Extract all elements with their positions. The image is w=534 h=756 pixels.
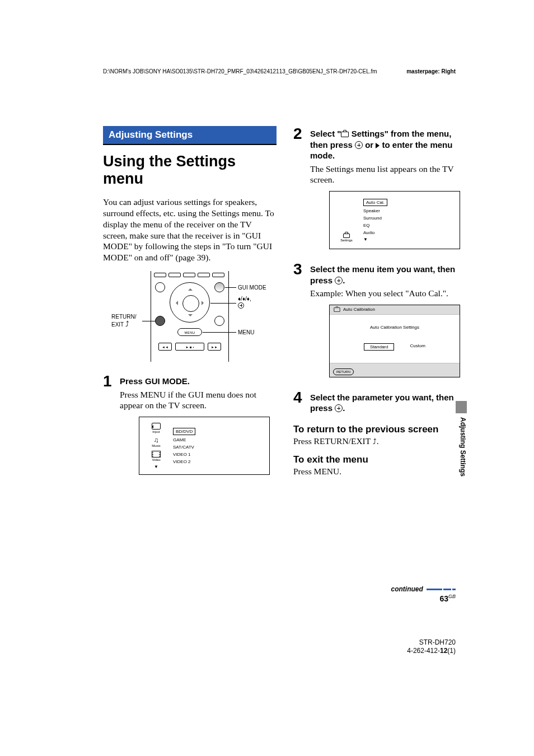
- sidebar-item-music: ♫ Music: [152, 437, 161, 447]
- input-icon: [152, 423, 161, 430]
- menu-item: Audio: [363, 230, 455, 235]
- menu-item-selected: Auto Cal.: [363, 199, 387, 206]
- music-icon: ♫: [153, 437, 158, 444]
- return-arrow-icon: ⤴: [125, 320, 129, 329]
- option-standard: Standard: [364, 343, 394, 351]
- dpad-right-icon: ♦: [247, 296, 250, 302]
- footer-doc-number: 4-262-412-12(1): [407, 647, 456, 655]
- side-tab-label: Adjusting Settings: [455, 417, 467, 477]
- settings-toolbox-icon: [341, 132, 349, 137]
- step-3-desc: Example: When you select "Auto Cal.".: [310, 288, 467, 299]
- settings-icon: [334, 307, 340, 312]
- remote-diagram: MENU ◄◄ ► ■ • ►► GUI MODE ♦/♦/♦, RETURN/…: [111, 271, 268, 363]
- continued-indicator: continued: [391, 584, 456, 593]
- option-custom: Custom: [410, 343, 425, 351]
- remote-menu-key: MENU: [177, 328, 202, 336]
- step-2-desc: The Settings menu list appears on the TV…: [310, 164, 467, 186]
- menu-item: EQ: [363, 223, 455, 228]
- enter-plus-icon: [335, 277, 343, 284]
- gui-screen-auto-calibration: Auto Calibration Auto Calibration Settin…: [329, 305, 460, 377]
- screen-title: Auto Calibration: [343, 307, 375, 312]
- masterpage-label: masterpage: Right: [406, 68, 456, 74]
- remote-btn-gui-mode: [214, 282, 224, 292]
- menu-item: VIDEO 2: [173, 459, 265, 464]
- step-1: 1 Press GUI MODE. Press MENU if the GUI …: [103, 374, 277, 484]
- remote-btn-bottom-right: [214, 316, 224, 326]
- step-3: 3 Select the menu item you want, then pr…: [293, 262, 467, 386]
- screen-return-pill: RETURN: [333, 368, 354, 375]
- subheading-exit-menu: To exit the menu: [293, 454, 467, 465]
- screen-heading: Auto Calibration Settings: [335, 325, 454, 330]
- subbody-exit-menu: Press MENU.: [293, 466, 467, 477]
- page-title: Using the Settings menu: [103, 153, 277, 188]
- intro-paragraph: You can adjust various settings for spea…: [103, 197, 277, 263]
- enter-plus-icon: [238, 302, 244, 309]
- enter-plus-icon: [355, 141, 363, 149]
- side-tab-indicator: [456, 401, 467, 413]
- gui-screen-input-menu: Input ♫ Music Video ▼: [139, 417, 270, 475]
- transport-prev-icon: ◄◄: [158, 343, 172, 351]
- left-column: Adjusting Settings Using the Settings me…: [103, 126, 277, 487]
- transport-play-icon: ► ■ •: [175, 343, 204, 351]
- menu-item: SAT/CATV: [173, 445, 265, 450]
- menu-item: Speaker: [363, 208, 455, 213]
- step-4-title: Select the parameter you want, then pres…: [310, 392, 467, 414]
- sidebar-item-input: Input: [152, 423, 161, 433]
- step-2-title: Select " Settings" from the menu, then p…: [310, 128, 467, 161]
- return-arrow-icon: ⤴: [373, 437, 377, 446]
- step-number: 4: [293, 390, 305, 405]
- sidebar-more-icon: ▼: [154, 465, 158, 469]
- subbody-return-previous: Press RETURN/EXIT ⤴.: [293, 436, 467, 446]
- continued-bars-icon: [427, 589, 456, 590]
- transport-next-icon: ►►: [208, 343, 221, 351]
- right-column: 2 Select " Settings" from the menu, then…: [293, 126, 467, 487]
- callout-gui-mode: GUI MODE: [238, 284, 266, 291]
- settings-icon: [342, 231, 351, 238]
- step-1-desc: Press MENU if the GUI menu does not appe…: [120, 389, 277, 412]
- step-1-title: Press GUI MODE.: [120, 376, 277, 387]
- sidebar-item-video: Video: [152, 451, 161, 461]
- step-2: 2 Select " Settings" from the menu, then…: [293, 126, 467, 258]
- subheading-return-previous: To return to the previous screen: [293, 424, 467, 435]
- source-file-path: D:\NORM's JOB\SONY HA\SO0135\STR-DH720_P…: [103, 68, 456, 75]
- menu-item-selected: BD/DVD: [173, 428, 195, 435]
- menu-item: VIDEO 1: [173, 452, 265, 457]
- step-4: 4 Select the parameter you want, then pr…: [293, 390, 467, 416]
- menu-item: GAME: [173, 437, 265, 442]
- page-number: 63GB: [439, 594, 456, 603]
- list-more-icon: ▼: [363, 237, 455, 242]
- menu-item: Surround: [363, 216, 455, 221]
- enter-plus-icon: [335, 404, 343, 412]
- step-number: 2: [293, 126, 305, 142]
- callout-return-exit: RETURN/ EXIT ⤴: [111, 314, 136, 328]
- section-banner: Adjusting Settings: [103, 126, 277, 145]
- step-number: 1: [103, 374, 114, 389]
- dpad-up-icon: ♦: [238, 296, 241, 302]
- callout-menu: MENU: [238, 329, 254, 336]
- dpad-down-icon: ♦: [242, 296, 245, 302]
- video-icon: [152, 451, 161, 458]
- callout-dpad: ♦/♦/♦,: [238, 296, 251, 309]
- footer-model: STR-DH720: [407, 638, 456, 647]
- footer-meta: STR-DH720 4-262-412-12(1): [407, 638, 456, 655]
- remote-btn-top-left: [155, 282, 165, 292]
- step-number: 3: [293, 262, 305, 277]
- sidebar-item-settings: Settings: [340, 231, 353, 242]
- gui-screen-settings-list: Settings Auto Cal. Speaker Surround EQ A…: [329, 191, 460, 249]
- remote-btn-return-exit: [155, 316, 165, 326]
- remote-dpad: [170, 282, 210, 323]
- step-3-title: Select the menu item you want, then pres…: [310, 264, 467, 286]
